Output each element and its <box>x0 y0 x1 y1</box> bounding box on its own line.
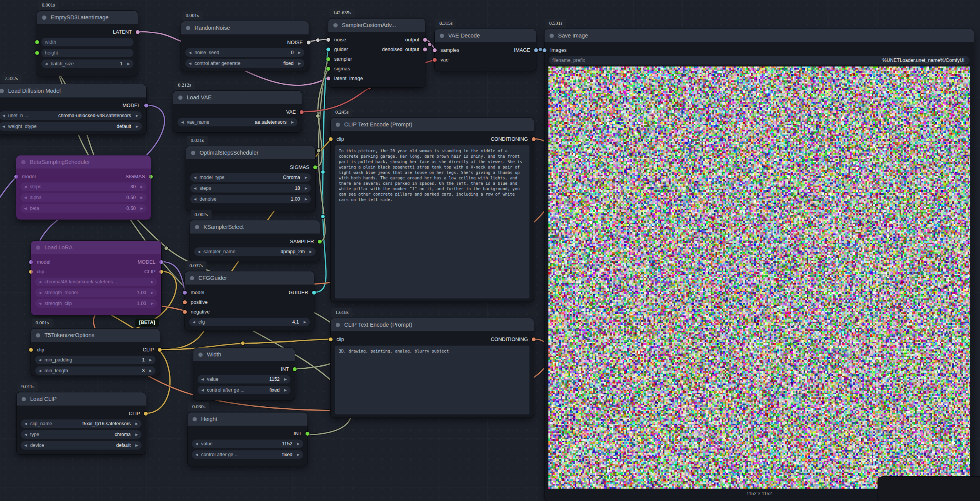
filename-prefix-input[interactable]: filename_prefix%UNETLoader.unet_name%/Co… <box>549 56 970 65</box>
input-port-model[interactable] <box>183 291 187 295</box>
link-midpoint-dot[interactable] <box>316 114 320 118</box>
node-clip-text-encode-negative[interactable]: 1.618sCLIP Text Encode (Prompt)clipCONDI… <box>331 318 534 418</box>
collapse-dot-icon[interactable] <box>191 151 195 155</box>
node-titlebar[interactable]: KSamplerSelect <box>190 220 320 233</box>
collapse-dot-icon[interactable] <box>193 417 197 421</box>
stepper-left-arrow-icon[interactable]: ◀ <box>45 62 48 66</box>
widget-min_padding[interactable]: ◀min_padding1▶ <box>35 356 155 364</box>
node-titlebar[interactable]: Height <box>188 412 307 426</box>
stepper-left-arrow-icon[interactable]: ◀ <box>39 280 41 284</box>
node-clip-text-encode-positive[interactable]: 0.245sCLIP Text Encode (Prompt)clipCONDI… <box>331 118 534 302</box>
output-port-INT[interactable] <box>306 432 309 436</box>
stepper-left-arrow-icon[interactable]: ◀ <box>24 433 27 436</box>
collapse-dot-icon[interactable] <box>195 225 199 229</box>
collapse-dot-icon[interactable] <box>22 397 26 401</box>
output-port-SIGMAS[interactable] <box>149 175 153 179</box>
link-midpoint-dot[interactable] <box>321 170 325 174</box>
stepper-left-arrow-icon[interactable]: ◀ <box>24 206 27 210</box>
stepper-right-arrow-icon[interactable]: ▶ <box>136 124 138 128</box>
widget-vae_name[interactable]: ◀vae_nameae.safetensors▶ <box>178 118 297 126</box>
stepper-left-arrow-icon[interactable]: ◀ <box>2 114 5 118</box>
output-port-NOISE[interactable] <box>307 41 311 44</box>
node-titlebar[interactable]: CLIP Text Encode (Prompt) <box>331 318 534 331</box>
node-titlebar[interactable]: Load VAE <box>173 91 302 104</box>
stepper-right-arrow-icon[interactable]: ▶ <box>149 369 152 373</box>
output-port-denoised_output[interactable] <box>423 48 427 51</box>
node-titlebar[interactable]: OptimalStepsScheduler <box>186 146 315 159</box>
stepper-right-arrow-icon[interactable]: ▶ <box>298 61 301 65</box>
collapse-dot-icon[interactable] <box>178 95 183 100</box>
collapse-dot-icon[interactable] <box>333 23 338 27</box>
node-ksampler-select[interactable]: 0.002sKSamplerSelectSAMPLER◀sampler_name… <box>190 220 320 261</box>
stepper-left-arrow-icon[interactable]: ◀ <box>193 320 195 324</box>
prompt-text-area[interactable]: 3D, drawing, painting, analog, blurry su… <box>335 346 529 414</box>
collapse-dot-icon[interactable] <box>336 123 340 127</box>
node-load-vae[interactable]: 0.212sLoad VAEVAE◀vae_nameae.safetensors… <box>173 91 302 132</box>
output-port-output[interactable] <box>423 38 427 42</box>
output-port-VAE[interactable] <box>300 110 304 114</box>
link-midpoint-dot[interactable] <box>428 43 432 47</box>
widget-chroma-48-kristinkruek-safetens-[interactable]: ◀chroma/48-kristinkruek.safetens ...▶ <box>35 278 157 286</box>
widget-strength_clip[interactable]: ◀strength_clip1.00▶ <box>35 299 157 308</box>
stepper-right-arrow-icon[interactable]: ▶ <box>305 176 307 179</box>
widget-device[interactable]: ◀devicedefault▶ <box>21 441 142 450</box>
stepper-right-arrow-icon[interactable]: ▶ <box>305 197 307 201</box>
input-port-negative[interactable] <box>183 310 187 314</box>
node-titlebar[interactable]: Width <box>193 348 295 361</box>
node-titlebar[interactable]: CFGGuider <box>185 271 314 285</box>
output-port-INT[interactable] <box>293 367 297 371</box>
input-port-positive[interactable] <box>183 300 187 304</box>
prompt-text-area[interactable]: In this picture, the 20 year old woman i… <box>335 145 529 298</box>
node-titlebar[interactable]: Load CLIP <box>17 392 146 406</box>
stepper-right-arrow-icon[interactable]: ▶ <box>135 422 138 426</box>
stepper-left-arrow-icon[interactable]: ◀ <box>39 302 41 305</box>
stepper-right-arrow-icon[interactable]: ▶ <box>135 443 138 447</box>
collapse-dot-icon[interactable] <box>550 34 554 38</box>
output-port-CLIP[interactable] <box>144 412 148 416</box>
stepper-left-arrow-icon[interactable]: ◀ <box>194 197 196 201</box>
output-port-CLIP[interactable] <box>158 348 162 352</box>
widget-type[interactable]: ◀typechroma▶ <box>21 430 142 439</box>
stepper-left-arrow-icon[interactable]: ◀ <box>195 442 198 446</box>
node-load-clip[interactable]: 9.011sLoad CLIPCLIP◀clip_namet5xxl_fp16.… <box>17 392 146 454</box>
node-random-noise[interactable]: 0.001sRandomNoiseNOISE◀noise_seed0▶◀cont… <box>181 21 309 71</box>
node-width[interactable]: WidthINT◀value1152▶◀control after ge ...… <box>193 348 295 400</box>
input-port-samples[interactable] <box>433 48 437 52</box>
node-titlebar[interactable]: VAE Decode <box>435 29 536 42</box>
stepper-left-arrow-icon[interactable]: ◀ <box>201 388 204 392</box>
node-sampler-custom-advanced[interactable]: 142.635sSamplerCustomAdv...noiseoutputgu… <box>328 19 425 87</box>
input-port-guider[interactable] <box>326 48 330 51</box>
stepper-right-arrow-icon[interactable]: ▶ <box>140 196 143 199</box>
link-midpoint-dot[interactable] <box>317 149 321 153</box>
widget-unet_n-[interactable]: ◀unet_n ...chroma-unlocked-v48.safetenso… <box>0 111 142 120</box>
widget-cfg[interactable]: ◀cfg4.1▶ <box>189 318 310 326</box>
output-port-IMAGE[interactable] <box>534 48 538 52</box>
collapse-dot-icon[interactable] <box>198 353 203 357</box>
stepper-right-arrow-icon[interactable]: ▶ <box>297 453 300 457</box>
stepper-left-arrow-icon[interactable]: ◀ <box>189 61 191 65</box>
input-port-clip[interactable] <box>329 337 333 341</box>
output-port-SAMPLER[interactable] <box>318 240 322 244</box>
widget-min_length[interactable]: ◀min_length3▶ <box>35 366 155 375</box>
node-titlebar[interactable]: Load Diffusion Model <box>0 84 146 97</box>
collapse-dot-icon[interactable] <box>190 276 194 280</box>
stepper-left-arrow-icon[interactable]: ◀ <box>194 176 196 179</box>
stepper-left-arrow-icon[interactable]: ◀ <box>198 250 200 254</box>
input-port-clip[interactable] <box>329 137 333 141</box>
stepper-right-arrow-icon[interactable]: ▶ <box>151 291 154 295</box>
stepper-right-arrow-icon[interactable]: ▶ <box>149 358 152 362</box>
stepper-right-arrow-icon[interactable]: ▶ <box>309 250 312 254</box>
input-port-images[interactable] <box>543 48 546 52</box>
node-load-diffusion-model[interactable]: 7.332sLoad Diffusion ModelMODEL◀unet_n .… <box>0 84 146 135</box>
link-midpoint-dot[interactable] <box>241 341 245 346</box>
output-port-CONDITIONING[interactable] <box>532 337 536 341</box>
link-midpoint-dot[interactable] <box>316 38 320 43</box>
generated-noise-image-preview[interactable] <box>548 66 970 489</box>
stepper-left-arrow-icon[interactable]: ◀ <box>2 124 5 128</box>
widget-alpha[interactable]: ◀alpha0.50▶ <box>20 193 147 202</box>
widget-model_type[interactable]: ◀model_typeChroma▶ <box>190 173 311 182</box>
node-height[interactable]: 0.030sHeightINT◀value1152▶◀control after… <box>188 412 307 466</box>
node-optimal-steps-scheduler[interactable]: 0.031sOptimalStepsSchedulerSIGMAS◀model_… <box>186 146 315 211</box>
output-port-MODEL[interactable] <box>159 260 163 264</box>
output-port-MODEL[interactable] <box>144 104 148 107</box>
